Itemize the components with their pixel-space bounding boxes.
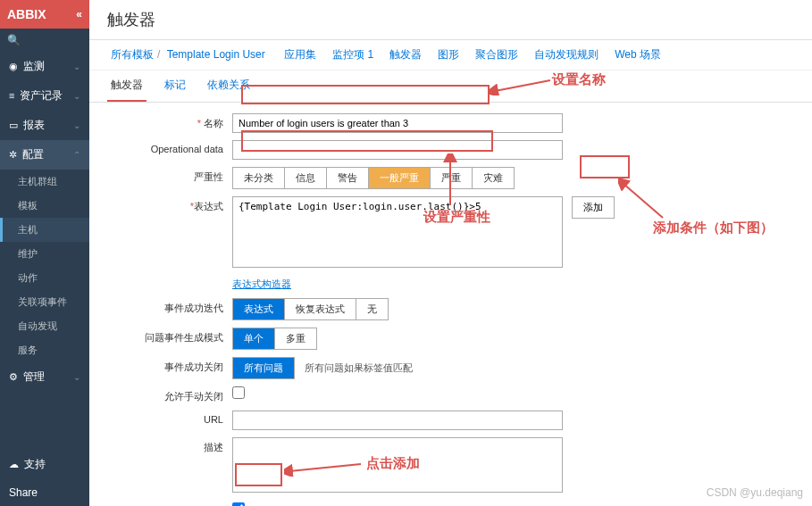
ok-close-selector: 所有问题 [232,357,295,379]
expression-label: *表达式 [107,196,232,213]
severity-label: 严重性 [107,167,232,184]
expression-builder-link[interactable]: 表达式构造器 [232,278,291,289]
severity-not-classified[interactable]: 未分类 [233,168,285,188]
logo: ABBIX « [0,0,89,29]
ok-close-note: 所有问题如果标签值匹配 [305,362,413,373]
nav-monitoring[interactable]: ◉监测 ⌄ [0,52,89,81]
page-title: 触发器 [107,9,794,30]
tab-dependencies[interactable]: 依赖关系 [204,71,254,102]
enabled-checkbox[interactable] [232,502,245,506]
opdata-label: Operational data [107,140,232,154]
problem-mode-selector: 单个 多重 [232,328,317,350]
severity-information[interactable]: 信息 [285,168,327,188]
expression-add-button[interactable]: 添加 [572,196,615,219]
nav-label: 管理 [23,370,45,383]
logo-text: ABBIX [7,7,46,21]
nav-inventory[interactable]: ≡资产记录 ⌄ [0,81,89,111]
crumb-screens[interactable]: 聚合图形 [475,48,518,61]
nav-sub-services[interactable]: 服务 [0,338,89,362]
report-icon: ▭ [9,120,18,130]
chevron-up-icon: ⌃ [73,150,80,160]
enabled-label: 已启用 [107,502,232,506]
nav-label: 配置 [22,148,44,161]
nav-sub-discovery[interactable]: 自动发现 [0,314,89,338]
severity-warning[interactable]: 警告 [327,168,369,188]
main-content: 触发器 所有模板/ Template Login User 应用集 监控项 1 … [89,0,812,506]
nav-label: 报表 [23,119,45,131]
admin-icon: ⚙ [9,371,18,382]
tab-trigger[interactable]: 触发器 [107,71,146,102]
nav-sub-actions[interactable]: 动作 [0,266,89,290]
problem-mode-label: 问题事件生成模式 [107,328,232,344]
watermark: CSDN @yu.deqiang [707,486,803,499]
crumb-all-templates[interactable]: 所有模板 [111,48,154,61]
chevron-down-icon: ⌄ [73,120,80,130]
crumb-graphs[interactable]: 图形 [438,48,459,61]
nav-sub-hostgroups[interactable]: 主机群组 [0,170,89,194]
ok-iter-selector: 表达式 恢复表达式 无 [232,298,389,320]
crumb-triggers[interactable]: 触发器 [389,48,422,61]
nav-sub-templates[interactable]: 模板 [0,194,89,218]
nav-label: 支持 [24,458,46,470]
nav-support[interactable]: ☁支持 [0,450,89,479]
name-label: * 名称 [107,113,232,130]
chevron-down-icon: ⌄ [73,372,80,382]
description-label: 描述 [107,437,232,454]
url-input[interactable] [232,411,563,430]
crumb-items[interactable]: 监控项 1 [332,48,373,61]
breadcrumb: 所有模板/ Template Login User 应用集 监控项 1 触发器 … [89,40,812,71]
ok-close-label: 事件成功关闭 [107,357,232,374]
nav-label: 资产记录 [20,89,63,102]
name-input[interactable] [232,113,563,133]
chevron-down-icon: ⌄ [73,62,80,71]
ok-iter-recovery[interactable]: 恢复表达式 [285,299,356,319]
problem-mode-multiple[interactable]: 多重 [275,328,316,349]
collapse-icon[interactable]: « [76,8,82,21]
monitor-icon: ◉ [9,61,18,71]
severity-high[interactable]: 严重 [431,168,473,188]
crumb-applications[interactable]: 应用集 [284,48,316,61]
ok-iter-label: 事件成功迭代 [107,298,232,315]
problem-mode-single[interactable]: 单个 [233,328,275,349]
tabs: 触发器 标记 依赖关系 [89,71,812,103]
search-row[interactable]: 🔍 [0,29,89,52]
ok-iter-expression[interactable]: 表达式 [233,299,285,319]
crumb-web-scenarios[interactable]: Web 场景 [615,48,661,61]
sidebar: ABBIX « 🔍 ◉监测 ⌄ ≡资产记录 ⌄ ▭报表 ⌄ ✲配置 ⌃ 主机群组… [0,0,89,506]
opdata-input[interactable] [232,140,563,160]
gear-icon: ✲ [9,149,17,160]
severity-selector: 未分类 信息 警告 一般严重 严重 灾难 [232,167,515,189]
manual-close-label: 允许手动关闭 [107,386,232,403]
severity-disaster[interactable]: 灾难 [473,168,514,188]
trigger-form: * 名称 Operational data 严重性 未分类 信息 警告 一般严重… [89,103,812,506]
crumb-template[interactable]: Template Login User [167,48,265,61]
chevron-down-icon: ⌄ [73,91,80,101]
nav-share[interactable]: Share [0,479,89,506]
nav-sub-hosts[interactable]: 主机 [0,218,89,242]
severity-average[interactable]: 一般严重 [369,168,431,188]
nav-sub-correlation[interactable]: 关联项事件 [0,290,89,314]
ok-iter-none[interactable]: 无 [356,299,388,319]
tab-tags[interactable]: 标记 [161,71,189,102]
nav-label: 监测 [23,60,45,72]
nav-reports[interactable]: ▭报表 ⌄ [0,111,89,140]
cloud-icon: ☁ [9,459,19,469]
page-header: 触发器 [89,0,812,40]
crumb-discovery-rules[interactable]: 自动发现规则 [534,48,599,61]
nav-sub-maintenance[interactable]: 维护 [0,242,89,266]
description-textarea[interactable] [232,437,563,493]
ok-close-all[interactable]: 所有问题 [233,358,294,378]
expression-textarea[interactable]: {Template Login User:login.user.last()}>… [232,196,563,268]
list-icon: ≡ [9,90,14,101]
manual-close-checkbox[interactable] [232,386,245,399]
nav-label: Share [9,486,38,499]
nav-configuration[interactable]: ✲配置 ⌃ [0,140,89,170]
nav-administration[interactable]: ⚙管理 ⌄ [0,362,89,392]
url-label: URL [107,411,232,425]
